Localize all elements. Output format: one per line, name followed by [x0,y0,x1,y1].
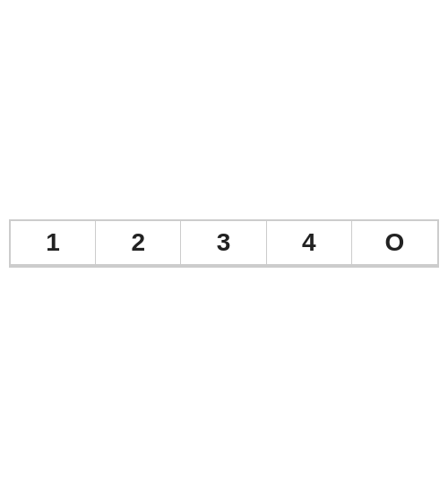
header-col-3: 3 [181,221,266,264]
header-col-5: O [352,221,437,264]
header-col-2: 2 [96,221,181,264]
header-col-1: 1 [11,221,96,264]
header-row: 1234O [11,221,437,266]
bingo-board: 1234O [9,219,439,268]
header-col-4: 4 [267,221,352,264]
